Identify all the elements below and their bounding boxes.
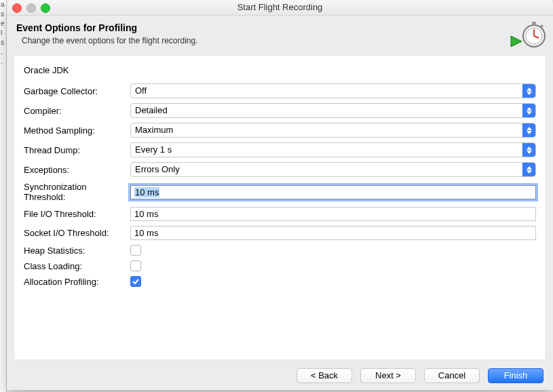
svg-marker-13: [527, 146, 532, 150]
svg-marker-11: [527, 127, 532, 130]
method-sampling-select-value: Maximum: [135, 125, 173, 135]
dropdown-arrows-icon: [522, 163, 535, 176]
svg-marker-6: [511, 36, 522, 47]
compiler-select-value: Detailed: [135, 105, 168, 115]
back-button[interactable]: < Back: [297, 368, 352, 383]
section-title: Oracle JDK: [24, 65, 536, 75]
sync-threshold-value: 10 ms: [134, 187, 159, 197]
exceptions-select[interactable]: Errors Only: [130, 162, 536, 177]
svg-marker-15: [527, 166, 532, 170]
gc-select[interactable]: Off: [130, 83, 536, 98]
thread-dump-select[interactable]: Every 1 s: [130, 142, 536, 157]
finish-button[interactable]: Finish: [488, 368, 544, 383]
file-io-threshold-label: File I/O Threshold:: [24, 209, 130, 219]
method-sampling-select[interactable]: Maximum: [130, 123, 536, 138]
file-io-threshold-input[interactable]: [130, 207, 536, 221]
heap-stats-label: Heap Statistics:: [24, 246, 130, 256]
dropdown-arrows-icon: [522, 123, 535, 137]
cancel-button[interactable]: Cancel: [424, 368, 480, 383]
next-button[interactable]: Next >: [360, 368, 416, 383]
dialog-window: Start Flight Recording Event Options for…: [7, 0, 553, 390]
socket-io-threshold-label: Socket I/O Threshold:: [24, 228, 130, 238]
sync-threshold-input[interactable]: 10 ms: [130, 185, 536, 199]
allocation-profiling-checkbox[interactable]: [130, 276, 141, 287]
window-title: Start Flight Recording: [237, 2, 323, 12]
dialog-header: Event Options for Profiling Change the e…: [7, 16, 553, 52]
dropdown-arrows-icon: [522, 84, 535, 98]
class-loading-label: Class Loading:: [24, 261, 130, 271]
page-title: Event Options for Profiling: [16, 22, 544, 33]
thread-dump-label: Thread Dump:: [24, 145, 130, 155]
allocation-profiling-label: Allocation Profiling:: [24, 277, 130, 287]
gc-select-value: Off: [135, 85, 147, 96]
dropdown-arrows-icon: [522, 104, 535, 117]
close-window-button[interactable]: [12, 3, 22, 13]
background-window-edge: asels,.: [0, 0, 7, 392]
gc-label: Garbage Collector:: [24, 86, 130, 96]
svg-marker-9: [527, 107, 532, 111]
options-panel: Oracle JDK Garbage Collector: Off Compil…: [14, 55, 546, 360]
dropdown-arrows-icon: [522, 143, 535, 157]
window-controls: [12, 3, 50, 13]
flight-recorder-icon: [507, 18, 546, 53]
svg-rect-2: [532, 22, 536, 25]
thread-dump-select-value: Every 1 s: [135, 144, 172, 155]
exceptions-label: Exceptions:: [24, 165, 130, 175]
exceptions-select-value: Errors Only: [135, 164, 180, 174]
compiler-label: Compiler:: [24, 106, 130, 116]
svg-marker-8: [527, 92, 532, 95]
class-loading-checkbox[interactable]: [130, 260, 141, 271]
svg-marker-16: [527, 170, 532, 174]
wizard-button-bar: < Back Next > Cancel Finish: [297, 368, 544, 383]
zoom-window-button[interactable]: [41, 3, 50, 13]
minimize-window-button[interactable]: [26, 3, 36, 13]
heap-stats-checkbox[interactable]: [130, 245, 141, 256]
svg-marker-14: [527, 151, 532, 154]
titlebar: Start Flight Recording: [7, 0, 553, 16]
socket-io-threshold-input[interactable]: [130, 226, 536, 240]
page-subtitle: Change the event options for the flight …: [22, 36, 544, 45]
method-sampling-label: Method Sampling:: [24, 125, 130, 136]
svg-marker-7: [527, 87, 532, 91]
svg-marker-12: [527, 131, 532, 134]
svg-marker-10: [527, 111, 532, 115]
checkmark-icon: [132, 278, 139, 285]
compiler-select[interactable]: Detailed: [130, 103, 536, 118]
sync-threshold-label: Synchronization Threshold:: [24, 182, 130, 202]
